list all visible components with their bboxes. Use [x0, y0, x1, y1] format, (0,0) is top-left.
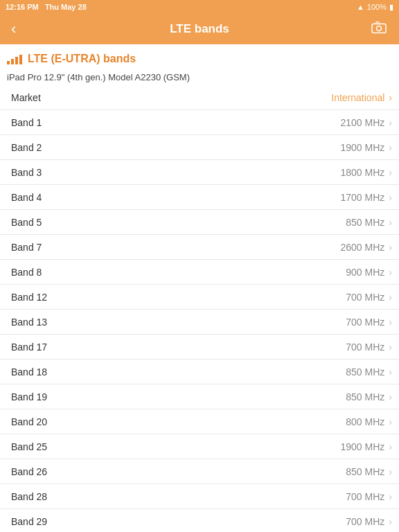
- status-right: ▲ 100% ▮: [357, 3, 393, 12]
- band-row[interactable]: Band 26 850 MHz ›: [0, 459, 399, 484]
- time-label: 12:16 PM: [6, 3, 39, 11]
- svg-rect-0: [372, 24, 386, 33]
- band-row[interactable]: Band 7 2600 MHz ›: [0, 235, 399, 260]
- band-row[interactable]: Band 20 800 MHz ›: [0, 409, 399, 434]
- battery-icon: ▮: [389, 3, 393, 12]
- device-group-1: iPad Pro 12.9" (4th gen.) Model A2230 (G…: [0, 69, 399, 532]
- band-row[interactable]: Band 19 850 MHz ›: [0, 384, 399, 409]
- camera-button[interactable]: [366, 19, 392, 40]
- band-row[interactable]: Band 18 850 MHz ›: [0, 360, 399, 384]
- nav-bar: ‹ LTE bands: [0, 14, 399, 44]
- date-label: Thu May 28: [45, 3, 87, 11]
- band-row[interactable]: Band 17 700 MHz ›: [0, 335, 399, 360]
- svg-rect-2: [376, 22, 379, 24]
- band-row[interactable]: Band 8 900 MHz ›: [0, 260, 399, 285]
- band-row[interactable]: Band 3 1800 MHz ›: [0, 160, 399, 185]
- back-button[interactable]: ‹: [6, 17, 21, 41]
- market-row-1: Market International ›: [0, 85, 399, 110]
- band-row[interactable]: Band 13 700 MHz ›: [0, 310, 399, 335]
- band-row[interactable]: Band 28 700 MHz ›: [0, 484, 399, 509]
- band-row[interactable]: Band 2 1900 MHz ›: [0, 135, 399, 160]
- section-title: LTE (E-UTRA) bands: [28, 53, 136, 65]
- content-area: LTE (E-UTRA) bands iPad Pro 12.9" (4th g…: [0, 44, 399, 532]
- band-row[interactable]: Band 12 700 MHz ›: [0, 285, 399, 310]
- band-row[interactable]: Band 25 1900 MHz ›: [0, 434, 399, 459]
- band-row[interactable]: Band 1 2100 MHz ›: [0, 110, 399, 135]
- model-header-1: iPad Pro 12.9" (4th gen.) Model A2230 (G…: [0, 69, 399, 85]
- status-time: 12:16 PM Thu May 28: [6, 3, 87, 11]
- band-row[interactable]: Band 5 850 MHz ›: [0, 210, 399, 235]
- band-row[interactable]: Band 4 1700 MHz ›: [0, 185, 399, 210]
- market-label: Market: [11, 92, 41, 103]
- section-header: LTE (E-UTRA) bands: [0, 44, 399, 69]
- market-value-1: International ›: [331, 92, 392, 103]
- wifi-icon: ▲: [357, 3, 364, 11]
- band-row[interactable]: Band 29 700 MHz ›: [0, 509, 399, 532]
- nav-title: LTE bands: [170, 22, 229, 36]
- lte-icon: [7, 53, 22, 64]
- status-bar: 12:16 PM Thu May 28 ▲ 100% ▮: [0, 0, 399, 14]
- svg-point-1: [377, 26, 382, 31]
- battery-label: 100%: [367, 3, 387, 11]
